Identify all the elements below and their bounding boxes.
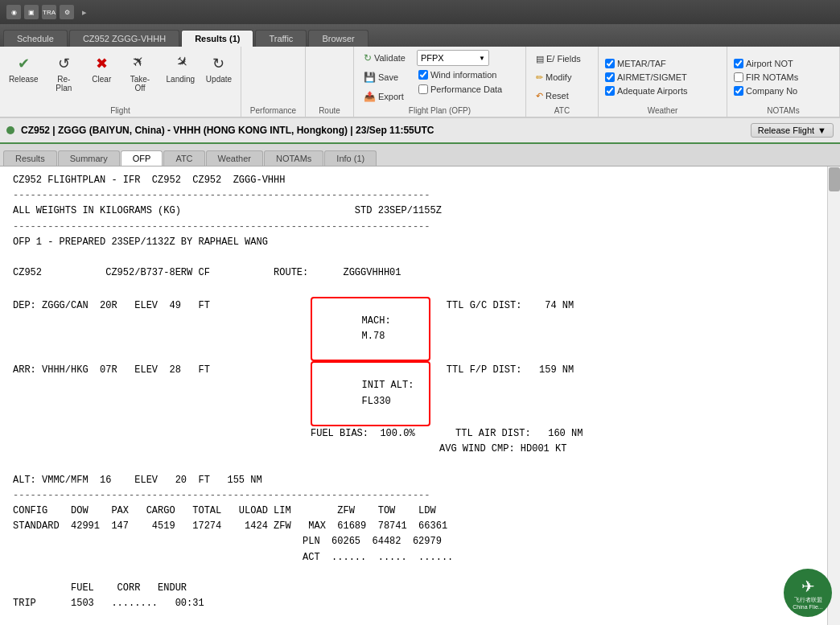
takeoff-button[interactable]: ✈ Take-Off xyxy=(121,50,159,95)
fuel-bias-text: FUEL BIAS: 100.0% xyxy=(311,426,439,442)
release-button[interactable]: ✔ Release xyxy=(5,50,42,86)
airmet-checkbox[interactable] xyxy=(605,72,615,82)
arr-text: ARR: VHHH/HKG 07R ELEV 28 FT xyxy=(13,363,311,378)
ofp-config-header: CONFIG DOW PAX CARGO TOTAL ULOAD LIM ZFW… xyxy=(13,504,827,519)
ofp-arr-line: ARR: VHHH/HKG 07R ELEV 28 FT INIT ALT: F… xyxy=(13,361,827,426)
pfpx-dropdown[interactable]: PFPX xyxy=(417,50,489,66)
fuel-bias-indent xyxy=(13,426,311,442)
replan-icon: ↺ xyxy=(52,52,75,75)
ribbon-group-route: Route xyxy=(306,47,354,117)
fir-notams-checkbox[interactable] xyxy=(734,72,743,82)
atc-group-label: ATC xyxy=(531,105,593,115)
ofp-dep-arr-block: DEP: ZGGG/CAN 20R ELEV 49 FT MACH: M.78 … xyxy=(13,297,827,458)
company-no-row[interactable]: Company No xyxy=(732,85,799,97)
init-alt-label: INIT ALT: xyxy=(362,380,426,391)
ribbon-group-performance: Performance xyxy=(241,47,306,117)
fields-button[interactable]: ▤ E/ Fields xyxy=(531,51,586,67)
airport-not-row[interactable]: Airport NOT xyxy=(732,58,795,69)
flight-group-label: Flight xyxy=(5,105,236,115)
title-bar-icons: ◉ ▣ TRA ⚙ ▸ xyxy=(6,5,87,19)
mach-label: MACH: xyxy=(362,315,426,327)
perf-data-checkbox[interactable] xyxy=(418,84,428,94)
adequate-row[interactable]: Adequate Airports xyxy=(603,85,689,97)
watermark-plane-icon: ✈ xyxy=(801,577,815,596)
adequate-checkbox[interactable] xyxy=(605,86,615,96)
ofp-avgwind-line: AVG WIND CMP: HD001 KT xyxy=(13,442,827,457)
notams-group-label: NOTAMs xyxy=(732,105,834,115)
fir-notams-row[interactable]: FIR NOTAMs xyxy=(732,72,800,83)
main-tab-bar: Schedule CZ952 ZGGG-VHHH Results (1) Tra… xyxy=(0,24,840,47)
tab-weather-content[interactable]: Weather xyxy=(206,150,263,166)
tab-atc-content[interactable]: ATC xyxy=(163,150,204,166)
ofp-blank-4 xyxy=(13,565,827,581)
app-logo: ◉ xyxy=(6,5,21,19)
update-icon: ↻ xyxy=(208,52,230,75)
content-tab-bar: Results Summary OFP ATC Weather NOTAMs I… xyxy=(0,144,840,167)
ribbon-group-atc: ▤ E/ Fields ✏ Modify ↶ Reset ATC xyxy=(526,47,599,117)
ofp-line-2: ALL WEIGHTS IN KILOGRAMS (KG) STD 23SEP/… xyxy=(13,204,827,219)
ofp-blank-3 xyxy=(13,457,827,472)
route-group-label: Route xyxy=(311,105,348,115)
tab-info-content[interactable]: Info (1) xyxy=(324,150,377,166)
save-button[interactable]: 💾 Save xyxy=(359,69,410,85)
tab-notams-content[interactable]: NOTAMs xyxy=(264,150,323,166)
airmet-row[interactable]: AIRMET/SIGMET xyxy=(603,72,689,83)
reset-button[interactable]: ↶ Reset xyxy=(531,88,574,104)
init-alt-value: FL330 xyxy=(362,396,391,407)
export-button[interactable]: 📤 Export xyxy=(359,88,410,105)
release-icon: ✔ xyxy=(12,52,35,75)
dropdown-arrow-icon: ▼ xyxy=(817,125,826,135)
avg-wind-text: AVG WIND CMP: HD001 KT xyxy=(439,442,566,457)
metar-row[interactable]: METAR/TAF xyxy=(603,58,668,69)
ribbon-group-flight: ✔ Release ↺ Re-Plan ✖ Clear ✈ Take-Off ✈ xyxy=(0,47,241,117)
ttl-fp-text: TTL F/P DIST: 159 NM xyxy=(447,363,574,378)
wind-info-checkbox[interactable] xyxy=(418,70,428,80)
airport-not-checkbox[interactable] xyxy=(734,59,743,68)
icon-2[interactable]: TRA xyxy=(42,5,56,19)
tab-browser[interactable]: Browser xyxy=(308,30,368,47)
ofp-trip-line: TRIP 1503 ........ 00:31 xyxy=(13,596,827,611)
validate-icon: ↻ xyxy=(364,52,372,64)
replan-button[interactable]: ↺ Re-Plan xyxy=(45,50,82,95)
ofp-fuel-header: FUEL CORR ENDUR xyxy=(13,581,827,596)
tab-traffic[interactable]: Traffic xyxy=(255,30,307,47)
tab-cz952[interactable]: CZ952 ZGGG-VHHH xyxy=(69,30,179,47)
watermark: ✈ 飞行者联盟 China Flie... xyxy=(784,569,832,617)
landing-button[interactable]: ✈ Landing xyxy=(163,50,199,86)
ofp-config-act: ACT ...... ..... ...... xyxy=(13,550,827,565)
tab-ofp-content[interactable]: OFP xyxy=(121,150,163,166)
tab-results[interactable]: Results (1) xyxy=(181,30,253,47)
ofp-config-pln: PLN 60265 64482 62979 xyxy=(13,534,827,549)
export-icon: 📤 xyxy=(364,91,376,102)
icon-3[interactable]: ⚙ xyxy=(60,5,74,19)
title-separator: ▸ xyxy=(82,7,87,18)
tab-results-content[interactable]: Results xyxy=(3,150,57,166)
ofp-dashes-2: ----------------------------------------… xyxy=(13,220,827,235)
update-button[interactable]: ↻ Update xyxy=(202,50,236,86)
modify-button[interactable]: ✏ Modify xyxy=(531,70,576,85)
ofp-line-3: OFP 1 - PREPARED 23SEP/1132Z BY RAPHAEL … xyxy=(13,235,827,250)
performance-group-label: Performance xyxy=(246,105,300,115)
ttl-air-text: TTL AIR DIST: 160 NM xyxy=(455,426,583,442)
icon-1[interactable]: ▣ xyxy=(24,5,39,19)
mach-box: MACH: M.78 xyxy=(311,297,430,362)
metar-checkbox[interactable] xyxy=(605,59,615,68)
scroll-thumb[interactable] xyxy=(829,167,840,191)
perf-data-row[interactable]: Performance Data xyxy=(417,84,521,95)
wind-info-row[interactable]: Wind information xyxy=(417,69,521,80)
ofp-dashes-3: ----------------------------------------… xyxy=(13,488,827,504)
ofp-blank-1 xyxy=(13,250,827,265)
scrollbar[interactable] xyxy=(827,167,840,625)
company-no-checkbox[interactable] xyxy=(734,86,743,96)
tab-summary-content[interactable]: Summary xyxy=(58,150,120,166)
release-flight-button[interactable]: Release Flight ▼ xyxy=(751,123,834,138)
tab-schedule[interactable]: Schedule xyxy=(3,30,68,47)
validate-button[interactable]: ↻ Validate xyxy=(359,50,410,66)
flight-info-bar: CZ952 | ZGGG (BAIYUN, China) - VHHH (HON… xyxy=(0,118,840,144)
clear-button[interactable]: ✖ Clear xyxy=(85,50,117,86)
reset-icon: ↶ xyxy=(536,91,543,101)
watermark-text-2: China Flie... xyxy=(793,604,822,610)
ttl-gc-text: TTL G/C DIST: 74 NM xyxy=(447,298,574,314)
ofp-fuelbias-line: FUEL BIAS: 100.0% TTL AIR DIST: 160 NM xyxy=(13,426,827,442)
ribbon: ✔ Release ↺ Re-Plan ✖ Clear ✈ Take-Off ✈ xyxy=(0,47,840,118)
